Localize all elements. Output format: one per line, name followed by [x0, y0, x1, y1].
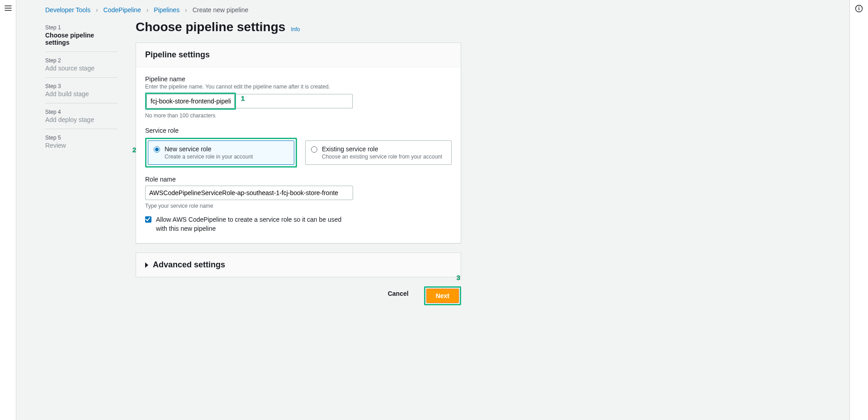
- role-name-help: Type your service role name: [145, 203, 452, 209]
- cancel-button[interactable]: Cancel: [379, 286, 418, 301]
- chevron-right-icon: ›: [96, 6, 98, 14]
- breadcrumb-codepipeline[interactable]: CodePipeline: [104, 6, 141, 14]
- pipeline-settings-panel: Pipeline settings Pipeline name Enter th…: [136, 42, 461, 243]
- next-button[interactable]: Next: [426, 289, 459, 303]
- breadcrumb-pipelines[interactable]: Pipelines: [154, 6, 179, 14]
- step-add-build-stage: Add build stage: [45, 89, 118, 98]
- service-role-label: Service role: [145, 127, 452, 134]
- pipeline-name-input-extension[interactable]: [236, 94, 353, 108]
- caret-right-icon: [145, 262, 148, 268]
- callout-2: 2: [132, 146, 136, 154]
- svg-rect-2: [859, 8, 859, 10]
- step-review: Review: [45, 141, 118, 149]
- pipeline-name-input[interactable]: [146, 94, 235, 108]
- allow-create-role-label: Allow AWS CodePipeline to create a servi…: [156, 215, 353, 233]
- svg-point-1: [859, 7, 859, 8]
- hamburger-menu-icon[interactable]: [5, 5, 12, 13]
- step-choose-pipeline-settings[interactable]: Choose pipeline settings: [45, 31, 118, 46]
- callout-3: 3: [457, 274, 460, 281]
- radio-title: New service role: [165, 145, 253, 153]
- step-add-deploy-stage: Add deploy stage: [45, 115, 118, 123]
- breadcrumb-dev-tools[interactable]: Developer Tools: [45, 6, 90, 14]
- allow-create-role-checkbox[interactable]: [145, 216, 151, 223]
- pipeline-name-desc: Enter the pipeline name. You cannot edit…: [145, 84, 452, 90]
- step-label: Step 1: [45, 24, 118, 31]
- advanced-settings-toggle[interactable]: Advanced settings: [136, 252, 461, 277]
- radio-dot-icon: [154, 146, 160, 153]
- radio-existing-service-role[interactable]: Existing service role Choose an existing…: [305, 140, 452, 165]
- step-label: Step 2: [45, 57, 118, 64]
- panel-header: Pipeline settings: [145, 50, 452, 60]
- page-title: Choose pipeline settings: [136, 20, 285, 34]
- pipeline-name-label: Pipeline name: [145, 75, 452, 83]
- advanced-settings-title: Advanced settings: [153, 260, 225, 270]
- step-label: Step 3: [45, 83, 118, 89]
- chevron-right-icon: ›: [185, 6, 187, 14]
- breadcrumb: Developer Tools › CodePipeline › Pipelin…: [16, 0, 849, 17]
- info-link[interactable]: Info: [291, 26, 300, 33]
- wizard-steps: Step 1 Choose pipeline settings Step 2 A…: [45, 17, 118, 305]
- info-circle-icon[interactable]: [855, 7, 863, 14]
- radio-new-service-role[interactable]: New service role Create a service role i…: [148, 140, 294, 165]
- radio-desc: Create a service role in your account: [165, 154, 253, 160]
- breadcrumb-current: Create new pipeline: [193, 6, 249, 14]
- callout-1: 1: [241, 94, 245, 102]
- step-add-source-stage: Add source stage: [45, 64, 118, 72]
- role-name-label: Role name: [145, 176, 452, 183]
- pipeline-name-help: No more than 100 characters: [145, 112, 452, 119]
- step-label: Step 4: [45, 109, 118, 115]
- radio-desc: Choose an existing service role from you…: [322, 154, 442, 160]
- radio-title: Existing service role: [322, 145, 442, 153]
- step-label: Step 5: [45, 135, 118, 141]
- radio-dot-icon: [311, 146, 317, 153]
- role-name-input[interactable]: [145, 186, 353, 200]
- chevron-right-icon: ›: [146, 6, 149, 14]
